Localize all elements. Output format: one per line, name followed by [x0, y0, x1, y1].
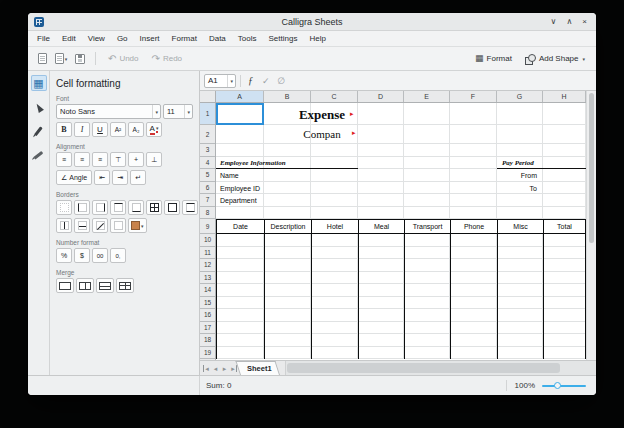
- valign-middle-button[interactable]: +: [128, 152, 144, 167]
- cell-reference-box[interactable]: A1 ▾: [204, 74, 236, 88]
- border-top-button[interactable]: [110, 200, 126, 215]
- border-remove-button[interactable]: [110, 218, 126, 233]
- redo-button[interactable]: ↷ Redo: [148, 50, 187, 68]
- unmerge-cells-button[interactable]: [116, 278, 134, 293]
- cells-viewport[interactable]: Expense ▸ Compan ▸ Employee Information …: [216, 103, 586, 359]
- font-color-button[interactable]: A ▾: [146, 122, 162, 137]
- border-horizontal-button[interactable]: [182, 200, 198, 215]
- border-all-button[interactable]: [146, 200, 162, 215]
- column-header-C[interactable]: C: [311, 91, 358, 102]
- font-size-select[interactable]: 11 ▾: [163, 104, 193, 119]
- column-header-D[interactable]: D: [358, 91, 404, 102]
- row-header-1[interactable]: 1: [200, 103, 215, 125]
- column-header-F[interactable]: F: [450, 91, 497, 102]
- cell-tool-button[interactable]: ▦: [31, 75, 47, 91]
- zoom-slider-handle[interactable]: [554, 382, 561, 389]
- border-diagonal-button[interactable]: [92, 218, 108, 233]
- cell-employee-id[interactable]: Employee ID: [220, 184, 260, 193]
- cell-expense-title[interactable]: Expense: [256, 105, 388, 124]
- money-format-button[interactable]: $: [74, 248, 90, 263]
- chevron-down-icon[interactable]: ▾: [227, 75, 235, 87]
- border-left-button[interactable]: [74, 200, 90, 215]
- row-header-10[interactable]: 10: [200, 234, 215, 247]
- row-header-16[interactable]: 16: [200, 309, 215, 322]
- next-sheet-button[interactable]: ▸: [220, 365, 229, 372]
- row-header-6[interactable]: 6: [200, 182, 215, 195]
- menu-data[interactable]: Data: [203, 31, 232, 46]
- menu-format[interactable]: Format: [166, 31, 203, 46]
- open-document-button[interactable]: ▾: [54, 50, 68, 68]
- row-header-2[interactable]: 2: [200, 125, 215, 144]
- table-header-phone[interactable]: Phone: [450, 219, 498, 234]
- format-button[interactable]: ▦ Format: [471, 50, 516, 68]
- table-header-meal[interactable]: Meal: [358, 219, 405, 234]
- border-right-button[interactable]: [92, 200, 108, 215]
- align-right-button[interactable]: ≡: [92, 152, 108, 167]
- row-header-3[interactable]: 3: [200, 144, 215, 157]
- table-header-total[interactable]: Total: [543, 219, 586, 234]
- column-header-E[interactable]: E: [404, 91, 450, 102]
- row-header-15[interactable]: 15: [200, 297, 215, 310]
- previous-sheet-button[interactable]: ◂: [211, 365, 220, 372]
- row-header-13[interactable]: 13: [200, 272, 215, 285]
- underline-button[interactable]: U: [92, 122, 108, 137]
- new-document-button[interactable]: [35, 50, 49, 68]
- row-header-4[interactable]: 4: [200, 157, 215, 170]
- row-header-9[interactable]: 9: [200, 219, 215, 234]
- increase-indent-button[interactable]: ⇥: [112, 170, 128, 185]
- cell-department[interactable]: Department: [220, 196, 257, 205]
- valign-bottom-button[interactable]: ⊥: [146, 152, 162, 167]
- maximize-icon[interactable]: ∧: [566, 18, 572, 26]
- menu-go[interactable]: Go: [111, 31, 134, 46]
- undo-button[interactable]: ↶ Undo: [104, 50, 143, 68]
- sheet-tab-sheet1[interactable]: Sheet1: [240, 361, 283, 375]
- shape-select-tool-button[interactable]: [31, 99, 47, 115]
- angle-button[interactable]: ∠ Angle: [56, 170, 92, 185]
- border-vertical-button[interactable]: [56, 218, 72, 233]
- menu-edit[interactable]: Edit: [56, 31, 82, 46]
- bold-button[interactable]: B: [56, 122, 72, 137]
- close-icon[interactable]: ×: [582, 18, 587, 26]
- align-center-button[interactable]: ≡: [74, 152, 90, 167]
- subscript-button[interactable]: A₂: [128, 122, 144, 137]
- column-header-H[interactable]: H: [543, 91, 586, 102]
- menu-tools[interactable]: Tools: [232, 31, 263, 46]
- horizontal-scrollbar[interactable]: [285, 361, 596, 375]
- titlebar[interactable]: Calligra Sheets ∨ ∧ ×: [28, 13, 596, 31]
- row-header-7[interactable]: 7: [200, 194, 215, 207]
- select-all-corner[interactable]: [200, 91, 216, 103]
- border-inner-horizontal-button[interactable]: [74, 218, 90, 233]
- cell-from[interactable]: From: [497, 171, 540, 180]
- border-bottom-button[interactable]: [128, 200, 144, 215]
- merge-cells-button[interactable]: [56, 278, 74, 293]
- merge-vertical-button[interactable]: [96, 278, 114, 293]
- table-header-date[interactable]: Date: [216, 219, 265, 234]
- table-header-description[interactable]: Description: [264, 219, 312, 234]
- menu-insert[interactable]: Insert: [134, 31, 166, 46]
- zoom-slider[interactable]: [542, 381, 586, 390]
- decrease-indent-button[interactable]: ⇤: [94, 170, 110, 185]
- row-header-19[interactable]: 19: [200, 347, 215, 360]
- cell-employee-information[interactable]: Employee Information: [220, 159, 286, 168]
- artistic-text-tool-button[interactable]: [31, 123, 47, 139]
- add-shape-button[interactable]: Add Shape ▾: [521, 50, 589, 68]
- row-header-5[interactable]: 5: [200, 169, 215, 182]
- column-header-A[interactable]: A: [216, 91, 264, 102]
- percent-format-button[interactable]: %: [56, 248, 72, 263]
- superscript-button[interactable]: A²: [110, 122, 126, 137]
- row-header-12[interactable]: 12: [200, 259, 215, 272]
- border-none-button[interactable]: [56, 200, 72, 215]
- freehand-tool-button[interactable]: [31, 147, 47, 163]
- table-header-hotel[interactable]: Hotel: [311, 219, 359, 234]
- save-button[interactable]: [73, 50, 87, 68]
- cancel-button[interactable]: ∅: [276, 76, 288, 86]
- menu-view[interactable]: View: [82, 31, 111, 46]
- row-header-14[interactable]: 14: [200, 284, 215, 297]
- cell-pay-period[interactable]: Pay Period: [502, 159, 534, 168]
- column-header-G[interactable]: G: [497, 91, 543, 102]
- border-color-button[interactable]: ▾: [128, 218, 147, 233]
- align-left-button[interactable]: ≡: [56, 152, 72, 167]
- row-header-17[interactable]: 17: [200, 322, 215, 335]
- decrease-precision-button[interactable]: 0,: [110, 248, 126, 263]
- menu-help[interactable]: Help: [303, 31, 331, 46]
